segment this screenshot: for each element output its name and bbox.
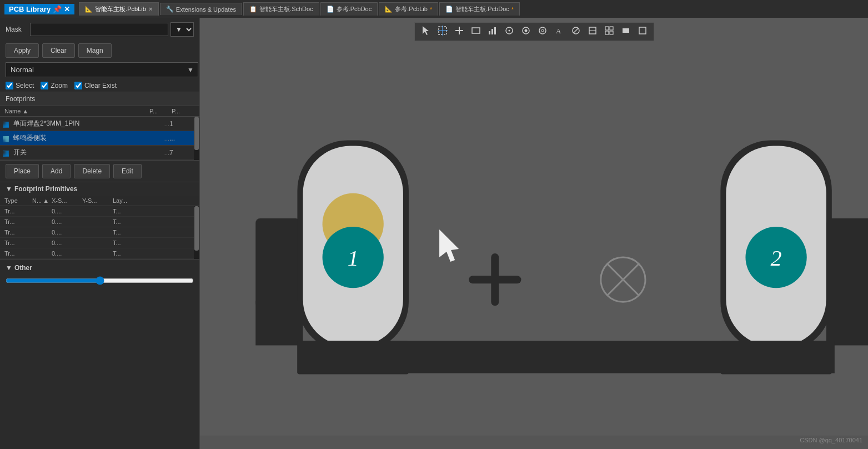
prim-row[interactable]: Tr... 0.... T... xyxy=(0,227,194,238)
footprint-primitives-title[interactable]: ▼ Footprint Primitives xyxy=(0,182,199,196)
pth-num[interactable]: N... ▲ xyxy=(30,197,49,204)
prim-row[interactable]: Tr... 0.... T... xyxy=(0,206,194,217)
pth-x[interactable]: X-S... xyxy=(49,197,80,204)
toolbar-text-btn[interactable]: A xyxy=(551,24,567,39)
pth-lay[interactable]: Lay... xyxy=(111,197,192,204)
prim-scroll-thumb[interactable] xyxy=(194,206,199,251)
toolbar-rect-solid-btn[interactable] xyxy=(618,24,634,39)
clear-exist-checkbox-label[interactable]: Clear Exist xyxy=(74,82,117,89)
tab-pcblib[interactable]: 📐 智能车主板.PcbLib ✕ xyxy=(79,2,159,16)
prim-type-4: Tr... xyxy=(2,240,30,246)
clear-button[interactable]: Clear xyxy=(42,43,75,58)
select-label: Select xyxy=(16,82,34,89)
toolbar-select-btn[interactable] xyxy=(435,24,450,39)
select-checkbox[interactable] xyxy=(6,82,13,89)
toolbar-target-btn[interactable] xyxy=(535,24,550,39)
toolbar-target-dot-btn[interactable] xyxy=(518,24,534,39)
magnify-button[interactable]: Magn xyxy=(78,43,112,58)
svg-rect-6 xyxy=(472,28,480,33)
add-button[interactable]: Add xyxy=(42,164,71,178)
prim-row[interactable]: Tr... 0.... T... xyxy=(0,238,194,248)
prim-lay-1: T... xyxy=(111,208,192,214)
pth-num-sort-icon: ▲ xyxy=(43,197,49,204)
main-layout: Mask ▼ Apply Clear Magn Normal ▼ Select xyxy=(0,18,868,449)
tab-pcblib-label: 智能车主板.PcbLib xyxy=(95,5,146,13)
prim-x-2: 0.... xyxy=(49,218,80,225)
mask-input[interactable] xyxy=(30,23,168,36)
svg-rect-8 xyxy=(491,29,493,34)
edit-button[interactable]: Edit xyxy=(113,164,142,178)
svg-rect-23 xyxy=(605,31,609,34)
pcb-canvas[interactable]: 1 2 xyxy=(200,18,868,436)
tab-main-pcbdoc[interactable]: 📄 智能车主板.PcbDoc * xyxy=(439,2,520,16)
row-name-3: 开关 xyxy=(13,148,164,157)
prim-row[interactable]: Tr... 0.... T... xyxy=(0,248,194,259)
tab-main-pcbdoc-icon: 📄 xyxy=(445,6,453,13)
prim-rows-container: Tr... 0.... T... Tr... 0.... T... xyxy=(0,206,199,259)
toolbar-grid-btn[interactable] xyxy=(601,24,617,39)
prim-table-header: Type N... ▲ X-S... Y-S... Lay... xyxy=(0,196,199,206)
prim-type-5: Tr... xyxy=(2,250,30,257)
select-checkbox-label[interactable]: Select xyxy=(6,82,34,89)
place-button[interactable]: Place xyxy=(6,164,39,178)
svg-rect-22 xyxy=(610,27,613,30)
svg-rect-46 xyxy=(826,218,868,307)
delete-button[interactable]: Delete xyxy=(74,164,110,178)
pth-type[interactable]: Type xyxy=(2,197,30,204)
tab-ref-pcbdoc-icon: 📄 xyxy=(327,6,334,13)
canvas-area[interactable]: A xyxy=(200,18,868,449)
svg-text:1: 1 xyxy=(348,246,359,271)
toolbar-square-btn[interactable] xyxy=(635,24,650,39)
toolbar-slash-btn[interactable] xyxy=(568,24,584,39)
th-name[interactable]: Name ▲ xyxy=(2,108,147,114)
row-icon-3: ▦ xyxy=(2,148,13,157)
tab-ref-pcblib[interactable]: 📐 参考.PcbLib * xyxy=(379,2,438,16)
svg-text:A: A xyxy=(556,27,561,35)
toolbar-chart-btn[interactable] xyxy=(485,24,500,39)
panel-pin-icon[interactable]: 📌 xyxy=(53,5,62,13)
toolbar-rect-btn[interactable] xyxy=(468,24,484,39)
toolbar-plus-btn[interactable] xyxy=(451,24,467,39)
tab-extensions[interactable]: 🔧 Extensions & Updates xyxy=(160,3,242,15)
clear-exist-checkbox[interactable] xyxy=(74,82,82,89)
normal-select[interactable]: Normal xyxy=(6,62,198,77)
svg-point-14 xyxy=(539,27,546,34)
apply-button[interactable]: Apply xyxy=(6,43,39,58)
toolbar-cursor-btn[interactable] xyxy=(418,24,434,39)
zoom-checkbox-label[interactable]: Zoom xyxy=(41,82,68,89)
prim-type-1: Tr... xyxy=(2,208,30,214)
zoom-checkbox[interactable] xyxy=(41,82,48,89)
th-p1[interactable]: P... xyxy=(147,108,169,114)
prim-rows: Tr... 0.... T... Tr... 0.... T... xyxy=(0,206,194,259)
mask-dropdown[interactable]: ▼ xyxy=(170,22,194,37)
other-collapse-icon: ▼ xyxy=(6,264,12,272)
svg-rect-25 xyxy=(623,28,629,33)
prim-x-3: 0.... xyxy=(49,229,80,236)
tab-schdoc[interactable]: 📋 智能车主板.SchDoc xyxy=(243,2,319,16)
clear-exist-label: Clear Exist xyxy=(84,82,117,89)
footprints-scrollbar[interactable] xyxy=(194,117,199,160)
prim-row[interactable]: Tr... 0.... T... xyxy=(0,217,194,227)
footprints-scroll-thumb[interactable] xyxy=(194,117,199,150)
row-name-1: 单面焊盘2*3MM_1PIN xyxy=(13,119,164,128)
table-row[interactable]: ▦ 蜂鸣器侧装 ... ... xyxy=(0,131,194,146)
prim-scrollbar[interactable] xyxy=(194,206,199,259)
toolbar-square-dash-btn[interactable] xyxy=(585,24,600,39)
panel-close-icon[interactable]: ✕ xyxy=(64,5,70,13)
th-p2[interactable]: P... xyxy=(169,108,192,114)
table-row[interactable]: ▦ 单面焊盘2*3MM_1PIN ... 1 xyxy=(0,117,194,131)
row-icon-1: ▦ xyxy=(2,119,13,128)
toolbar-hand-btn[interactable] xyxy=(501,24,517,39)
th-scroll-spacer xyxy=(192,108,197,114)
tab-ref-pcbdoc[interactable]: 📄 参考.PcbDoc xyxy=(320,2,378,16)
tab-pcblib-close[interactable]: ✕ xyxy=(148,6,153,12)
row-name-2: 蜂鸣器侧装 xyxy=(13,133,164,143)
tab-main-pcbdoc-label: 智能车主板.PcbDoc xyxy=(455,5,509,13)
prim-lay-4: T... xyxy=(111,240,192,246)
prim-lay-5: T... xyxy=(111,250,192,257)
pth-y[interactable]: Y-S... xyxy=(80,197,111,204)
table-row[interactable]: ▦ 开关 ... 7 xyxy=(0,146,194,160)
pth-scroll-spacer xyxy=(192,197,197,204)
other-title[interactable]: ▼ Other xyxy=(6,262,194,274)
other-slider[interactable] xyxy=(6,276,194,285)
